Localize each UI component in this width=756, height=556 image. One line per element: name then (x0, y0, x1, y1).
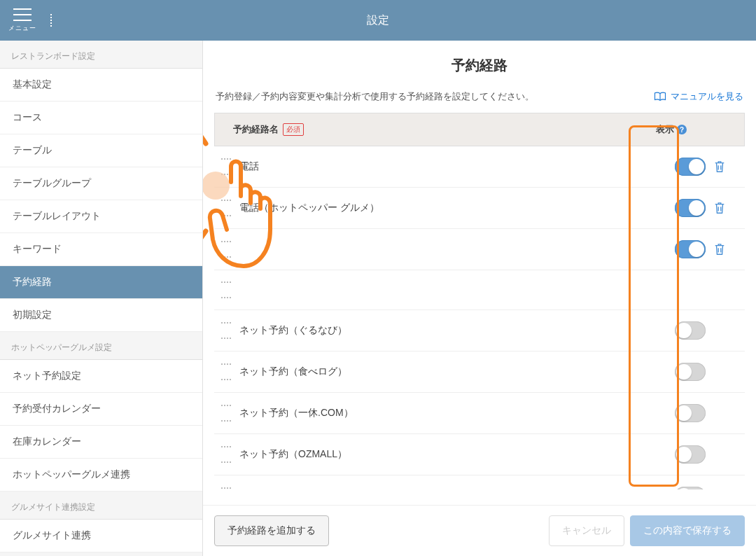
display-toggle[interactable] (675, 445, 706, 464)
sidebar-item[interactable]: 初期設定 (0, 299, 202, 332)
save-button[interactable]: この内容で保存する (630, 515, 745, 546)
sidebar-item[interactable]: 予約受付カレンダー (0, 393, 202, 426)
footer-bar: 予約経路を追加する キャンセル この内容で保存する (203, 505, 756, 556)
required-badge: 必須 (283, 123, 304, 136)
add-route-button[interactable]: 予約経路を追加する (214, 515, 329, 546)
main-panel: 予約経路 予約登録／予約内容変更や集計分析で使用する予約経路を設定してください。… (203, 41, 756, 556)
column-display-label: 表示 (656, 123, 674, 136)
route-row (214, 270, 745, 310)
display-toggle[interactable] (675, 199, 706, 217)
route-row: 電話 (214, 146, 745, 188)
route-name: ネット予約（食べログ） (239, 366, 675, 378)
drag-handle-icon[interactable] (221, 241, 231, 258)
vertical-dots-icon (48, 14, 52, 27)
route-row: ネット予約（食べログ） (214, 352, 745, 393)
display-toggle[interactable] (675, 321, 706, 340)
sidebar-section-label: Airウェイト連携設定 (0, 552, 202, 556)
route-row: ネット予約（PayPayグルメ） (214, 475, 745, 489)
display-toggle[interactable] (675, 487, 706, 489)
route-row: 電話（ホットペッパー グルメ） (214, 188, 745, 229)
drag-handle-icon[interactable] (221, 158, 231, 175)
delete-button[interactable] (706, 201, 734, 215)
route-row: ネット予約（OZMALL） (214, 434, 745, 475)
menu-label: メニュー (8, 24, 36, 33)
route-name: ネット予約（一休.COM） (239, 407, 675, 419)
display-toggle[interactable] (675, 363, 706, 381)
hamburger-icon (13, 8, 31, 21)
page-header-title: 設定 (0, 13, 756, 28)
drag-handle-icon[interactable] (221, 446, 231, 463)
delete-button[interactable] (706, 160, 734, 174)
drag-handle-icon[interactable] (221, 282, 231, 298)
drag-handle-icon[interactable] (221, 405, 231, 422)
route-name: 電話（ホットペッパー グルメ） (239, 202, 675, 214)
drag-handle-icon[interactable] (221, 322, 231, 339)
routes-list: 電話電話（ホットペッパー グルメ）ネット予約（ぐるなび）ネット予約（食べログ）ネ… (214, 146, 745, 489)
delete-button[interactable] (706, 242, 734, 256)
route-row: ネット予約（ぐるなび） (214, 310, 745, 352)
route-name: ネット予約（OZMALL） (239, 448, 675, 461)
sidebar-section-label: ホットペッパーグルメ設定 (0, 332, 202, 360)
sidebar-item[interactable]: 在庫カレンダー (0, 426, 202, 459)
arrow-up-icon (203, 131, 206, 165)
instruction-text: 予約登録／予約内容変更や集計分析で使用する予約経路を設定してください。 (216, 90, 534, 103)
route-row: ネット予約（一休.COM） (214, 393, 745, 434)
route-row (214, 229, 745, 270)
cancel-button[interactable]: キャンセル (549, 515, 624, 546)
sidebar: レストランボード設定基本設定コーステーブルテーブルグループテーブルレイアウトキー… (0, 41, 203, 556)
sidebar-item[interactable]: グルメサイト連携 (0, 520, 202, 552)
display-toggle[interactable] (675, 404, 706, 422)
menu-button[interactable]: メニュー (0, 0, 45, 41)
sidebar-item[interactable]: テーブルレイアウト (0, 200, 202, 233)
sidebar-item[interactable]: 予約経路 (0, 266, 202, 299)
content-area: 予約登録／予約内容変更や集計分析で使用する予約経路を設定してください。 マニュア… (203, 88, 756, 505)
drag-handle-icon[interactable] (221, 363, 231, 380)
sidebar-item[interactable]: テーブルグループ (0, 167, 202, 200)
sidebar-item[interactable]: 基本設定 (0, 69, 202, 102)
sidebar-section-label: グルメサイト連携設定 (0, 492, 202, 520)
sidebar-item[interactable]: キーワード (0, 233, 202, 266)
help-icon[interactable]: ? (677, 125, 687, 134)
drag-handle-icon[interactable] (221, 487, 231, 489)
manual-link[interactable]: マニュアルを見る (654, 90, 743, 103)
display-toggle[interactable] (675, 158, 706, 176)
sidebar-item[interactable]: ネット予約設定 (0, 360, 202, 393)
route-name: 電話 (239, 160, 675, 173)
sidebar-item[interactable]: コース (0, 102, 202, 134)
column-name-label: 予約経路名 (233, 123, 279, 136)
sidebar-item[interactable]: テーブル (0, 134, 202, 167)
book-icon (654, 92, 666, 102)
table-header: 予約経路名 必須 表示 ? (214, 113, 745, 146)
page-title: 予約経路 (203, 41, 756, 88)
top-bar: メニュー 設定 (0, 0, 756, 41)
drag-handle-icon[interactable] (221, 200, 231, 216)
arrow-down-icon (203, 210, 206, 243)
route-name: ネット予約（ぐるなび） (239, 324, 675, 337)
display-toggle[interactable] (675, 240, 706, 258)
sidebar-section-label: レストランボード設定 (0, 41, 202, 69)
sidebar-item[interactable]: ホットペッパーグルメ連携 (0, 459, 202, 492)
